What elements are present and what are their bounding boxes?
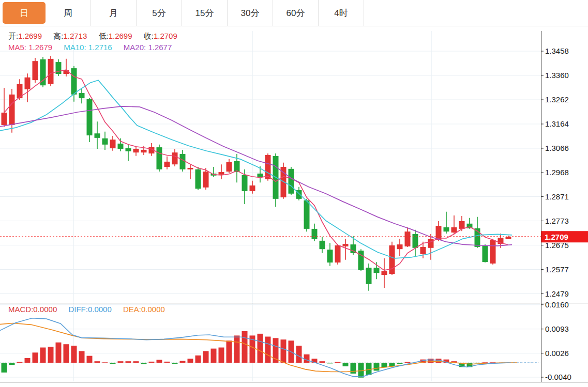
candle-body — [172, 152, 178, 164]
macd-bar — [335, 362, 341, 363]
candle-body — [203, 172, 209, 188]
macd-bar — [149, 362, 155, 363]
macd-bar — [9, 363, 15, 365]
candle-body — [327, 250, 333, 262]
candle-body — [304, 200, 310, 229]
tab-4hour[interactable]: 4时 — [319, 0, 364, 26]
macd-bar — [188, 359, 193, 363]
candle-body — [420, 247, 426, 254]
candle-body — [490, 240, 496, 264]
close-label: 收: — [144, 32, 154, 40]
candle-body — [133, 149, 139, 152]
ma20-line — [0, 106, 512, 246]
macd-bar — [296, 346, 302, 363]
macd-bar — [219, 348, 224, 363]
diff-label: DIFF: — [68, 305, 88, 314]
candle-body — [118, 144, 124, 149]
price-axis-label: 1.3360 — [545, 71, 569, 80]
macd-bar — [118, 361, 124, 363]
macd-bar — [397, 363, 403, 364]
candle-body — [95, 133, 100, 138]
candle-body — [33, 61, 38, 80]
diff-value: 0.0000 — [88, 305, 112, 314]
macd-bar — [327, 363, 333, 363]
macd-axis-label: -0.0040 — [545, 373, 571, 381]
tab-60min[interactable]: 60分 — [273, 0, 319, 26]
tab-30min[interactable]: 30分 — [228, 0, 273, 26]
macd-bar — [320, 361, 325, 363]
candle-body — [102, 138, 108, 145]
macd-axis-label: 0.0093 — [545, 324, 569, 333]
ma10-label: MA10: — [64, 43, 86, 52]
candle-body — [219, 172, 224, 175]
ma5-label: MA5: — [8, 43, 26, 52]
tab-day[interactable]: 日 — [3, 2, 46, 24]
candle-body — [87, 99, 93, 135]
macd-bar — [211, 349, 217, 363]
candle-body — [188, 168, 193, 169]
macd-bar — [195, 355, 201, 363]
macd-bar — [172, 363, 178, 364]
price-axis-label: 1.2871 — [545, 192, 569, 201]
tab-15min[interactable]: 15分 — [182, 0, 228, 26]
candle-body — [444, 227, 449, 231]
macd-bar — [164, 362, 170, 363]
candle-body — [382, 271, 387, 275]
macd-axis-label: 0.0026 — [545, 349, 569, 358]
candle-body — [397, 244, 403, 249]
macd-bar — [475, 363, 480, 363]
candle-body — [227, 162, 232, 172]
open-value: 1.2699 — [18, 32, 42, 40]
open-label: 开: — [8, 32, 18, 40]
candle-body — [428, 239, 434, 248]
macd-bar — [343, 363, 349, 366]
candle-body — [265, 155, 271, 179]
timeframe-tabbar: 日 周 月 5分 15分 30分 60分 4时 — [0, 0, 588, 26]
tab-5min[interactable]: 5分 — [137, 0, 182, 26]
macd-bar — [33, 352, 38, 363]
candle-body — [126, 148, 131, 151]
macd-value: 0.0000 — [33, 305, 57, 314]
price-axis-label: 1.2577 — [545, 265, 569, 274]
candle-body — [258, 174, 263, 177]
macd-bar — [79, 351, 85, 363]
price-axis-label: 1.3164 — [545, 119, 569, 128]
price-axis-label: 1.3066 — [545, 144, 569, 152]
ohlc-readout: 开:1.2699 高:1.2713 低:1.2699 收:1.2709 — [8, 32, 187, 41]
candlestick-chart[interactable]: 1.34581.33601.32621.31641.30661.29681.28… — [0, 0, 588, 387]
candle-body — [413, 234, 418, 248]
current-price-tag-value: 1.2709 — [545, 233, 568, 241]
macd-bar — [95, 361, 100, 363]
ma20-value: 1.2677 — [148, 43, 172, 52]
candle-body — [180, 154, 186, 169]
ma5-value: 1.2679 — [28, 43, 52, 52]
candle-body — [405, 231, 411, 246]
macd-bar — [227, 340, 232, 363]
candle-body — [25, 78, 31, 89]
low-label: 低: — [98, 32, 108, 40]
tab-month[interactable]: 月 — [91, 0, 137, 26]
tab-week[interactable]: 周 — [46, 0, 91, 26]
candle-body — [389, 245, 395, 274]
candle-body — [164, 162, 170, 167]
price-axis-label: 1.3262 — [545, 95, 569, 104]
high-label: 高: — [53, 32, 63, 40]
macd-bar — [180, 361, 186, 363]
price-axis-label: 1.2773 — [545, 216, 569, 225]
price-axis-label: 1.2479 — [545, 289, 569, 298]
candle-body — [320, 241, 325, 249]
candle-body — [79, 93, 85, 98]
macd-bar — [64, 344, 69, 363]
candle-body — [343, 244, 349, 246]
candle-body — [312, 229, 318, 239]
macd-bar — [17, 362, 23, 363]
candle-body — [195, 169, 201, 189]
ma10-line — [0, 80, 512, 258]
macd-bar — [281, 339, 287, 363]
macd-bar — [87, 356, 93, 363]
macd-bar — [56, 343, 62, 363]
macd-bar — [389, 363, 395, 366]
low-value: 1.2699 — [109, 32, 132, 40]
macd-bar — [126, 361, 131, 363]
dea-label: DEA: — [123, 305, 141, 314]
